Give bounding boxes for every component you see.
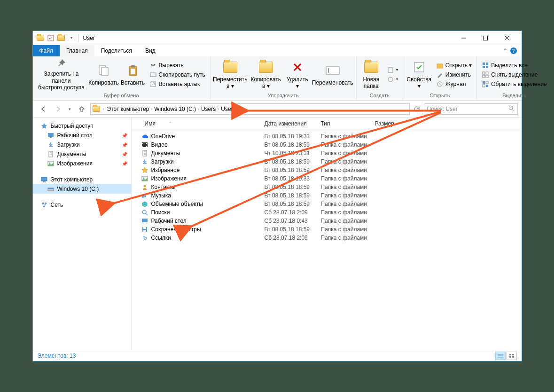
open-button[interactable]: Открыть ▾ [434,61,474,70]
file-row[interactable]: МузыкаВт 08.05.18 18:59Папка с файлами [132,191,522,200]
svg-rect-45 [48,188,54,189]
svg-rect-64 [144,223,146,223]
file-row[interactable]: ИзображенияВт 08.05.18 19:33Папка с файл… [132,174,522,183]
breadcrumb-segment[interactable]: Users [201,106,216,112]
paste-shortcut-button[interactable]: Вставить ярлык [148,80,207,88]
file-row[interactable]: КонтактыВт 08.05.18 18:59Папка с файлами [132,183,522,191]
svg-line-34 [512,109,514,111]
svg-rect-21 [483,63,485,65]
address-bar: ▾ › Этот компьютер›Windows 10 (C:)›Users… [33,101,522,118]
breadcrumb-segment[interactable]: User [221,106,233,112]
edit-button[interactable]: Изменить [434,71,474,79]
cut-button[interactable]: ✂Вырезать [148,61,207,70]
up-button[interactable] [75,102,88,116]
svg-point-61 [142,210,146,214]
select-all-button[interactable]: Выделить все [480,61,549,70]
back-button[interactable] [37,102,50,116]
column-name[interactable]: Имяˆ [141,120,261,127]
forward-button[interactable] [52,102,65,116]
sidebar-item[interactable]: Изображения📌 [33,159,131,168]
column-date[interactable]: Дата изменения [261,120,317,127]
folder-icon-2[interactable] [57,34,65,42]
qat-properties-icon[interactable] [47,34,55,42]
new-item-button[interactable]: ▾ [385,66,400,74]
file-row[interactable]: Объемные объектыВт 08.05.18 18:59Папка с… [132,200,522,208]
file-row[interactable]: ЗагрузкиВт 08.05.18 18:59Папка с файлами [132,157,522,166]
navigation-pane: Быстрый доступ Рабочий стол📌Загрузки📌Док… [33,118,132,350]
sidebar-this-pc[interactable]: Этот компьютер [33,175,131,184]
svg-rect-63 [142,219,148,222]
properties-button[interactable]: Свойства ▾ [406,58,432,91]
delete-icon [290,60,305,75]
column-headers: Имяˆ Дата изменения Тип Размер [132,118,522,130]
column-size[interactable]: Размер [371,120,418,127]
copy-button[interactable]: Копировать [89,58,118,91]
scissors-icon: ✂ [149,62,157,69]
pin-quick-access-button[interactable]: Закрепить на панели быстрого доступа [36,58,87,91]
svg-rect-43 [43,181,46,182]
file-row[interactable]: Рабочий столСб 28.07.18 0:43Папка с файл… [132,217,522,225]
easy-access-button[interactable]: ▾ [385,75,400,84]
folder-icon [93,106,100,112]
chevron-icon: › [198,107,199,111]
dropdown-icon[interactable]: ▾ [68,34,75,42]
svg-rect-25 [483,72,485,74]
maximize-button[interactable] [475,31,496,45]
details-view-button[interactable] [495,352,506,360]
minimize-button[interactable] [453,31,475,45]
breadcrumb-box[interactable]: › Этот компьютер›Windows 10 (C:)›Users›U… [90,103,410,115]
tab-home[interactable]: Главная [60,45,94,56]
open-icon [436,62,444,69]
svg-rect-50 [142,143,143,144]
file-icon [141,149,148,157]
search-input[interactable]: Поиск: User [424,103,518,115]
sidebar-item[interactable]: Документы📌 [33,149,131,159]
file-row[interactable]: ПоискиСб 28.07.18 2:09Папка с файлами [132,208,522,217]
sidebar-network[interactable]: Сеть [33,200,131,210]
select-none-button[interactable]: Снять выделение [480,71,549,79]
file-list: OneDriveВт 08.05.18 19:33Папка с файлами… [132,130,522,350]
svg-rect-24 [486,66,488,68]
sidebar-item[interactable]: Рабочий стол📌 [33,131,131,140]
refresh-button[interactable] [412,102,422,116]
file-row[interactable]: ВидеоВт 08.05.18 18:59Папка с файлами [132,141,522,149]
ribbon-collapse-icon[interactable]: ⌃ [503,47,507,54]
file-row[interactable]: OneDriveВт 08.05.18 19:33Папка с файлами [132,132,522,141]
delete-button[interactable]: Удалить ▾ [285,58,310,91]
file-row[interactable]: ИзбранноеВт 08.05.18 18:59Папка с файлам… [132,166,522,174]
sidebar-item[interactable]: Загрузки📌 [33,140,131,149]
sidebar-drive[interactable]: Windows 10 (C:) [33,184,131,194]
new-folder-button[interactable]: Новая папка [359,58,383,91]
icons-view-button[interactable] [507,352,517,360]
ribbon: Закрепить на панели быстрого доступа Коп… [33,56,522,101]
file-row[interactable]: Сохраненные игрыВт 08.05.18 18:59Папка с… [132,225,522,234]
svg-rect-22 [486,63,488,65]
history-button[interactable]: Журнал [434,80,474,88]
paste-button[interactable]: Вставить [120,58,146,91]
item-icon [47,132,55,139]
history-icon [436,80,444,88]
copy-path-button[interactable]: Скопировать путь [148,71,207,79]
breadcrumb-segment[interactable]: Этот компьютер [107,106,149,112]
tab-file[interactable]: Файл [33,45,60,56]
statusbar: Элементов: 13 [33,350,522,361]
breadcrumb-segment[interactable]: Windows 10 (C:) [154,106,196,112]
tab-view[interactable]: Вид [139,45,162,56]
tab-share[interactable]: Поделиться [94,45,139,56]
file-icon [141,141,148,149]
close-button[interactable] [496,31,518,45]
help-icon[interactable]: ? [510,47,517,54]
copy-to-button[interactable]: Копировать в ▾ [249,58,283,91]
svg-rect-16 [388,68,393,72]
file-row[interactable]: ДокументыЧт 10.05.18 23:31Папка с файлам… [132,149,522,157]
invert-selection-button[interactable]: Обратить выделение [480,80,549,88]
column-type[interactable]: Тип [317,120,371,127]
svg-rect-53 [146,146,147,147]
file-row[interactable]: СсылкиСб 28.07.18 2:09Папка с файлами [132,234,522,242]
sidebar-quick-access[interactable]: Быстрый доступ [33,121,131,131]
chevron-icon: › [218,107,219,111]
recent-button[interactable]: ▾ [67,102,73,116]
select-all-icon [482,62,489,69]
svg-rect-27 [483,75,485,78]
move-to-button[interactable]: Переместить в ▾ [213,58,247,91]
